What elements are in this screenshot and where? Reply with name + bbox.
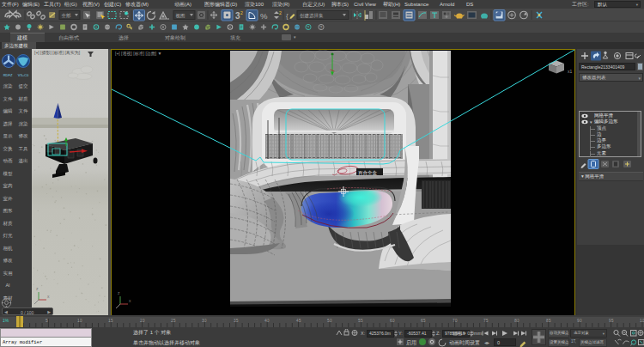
svg-text:95: 95: [609, 318, 614, 323]
svg-text:2: 2: [240, 10, 243, 15]
svg-text:?: ?: [307, 25, 309, 30]
svg-text:启用: 启用: [406, 339, 416, 346]
svg-text:65: 65: [421, 318, 426, 323]
svg-text:百合全金: 百合全金: [358, 170, 378, 176]
svg-text:z: z: [118, 290, 120, 295]
svg-text:全部: 全部: [62, 13, 72, 19]
svg-text:z: z: [36, 286, 39, 291]
svg-text:?: ?: [319, 25, 322, 30]
svg-text:{: {: [286, 12, 289, 20]
svg-text:90: 90: [577, 318, 582, 323]
svg-text:60: 60: [390, 318, 395, 323]
svg-text:15: 15: [108, 318, 113, 323]
svg-text:80: 80: [514, 318, 519, 323]
svg-text:2: 2: [279, 10, 282, 15]
svg-text:10: 10: [77, 318, 82, 323]
svg-text:100: 100: [640, 318, 644, 323]
svg-text:70: 70: [453, 318, 458, 323]
svg-text:25: 25: [171, 318, 176, 323]
svg-text:x: x: [47, 294, 50, 299]
svg-text:20: 20: [140, 318, 145, 323]
svg-text:45: 45: [296, 318, 301, 323]
svg-text:%: %: [260, 11, 268, 21]
svg-text:75: 75: [483, 318, 489, 323]
svg-text:视图: 视图: [176, 13, 185, 19]
svg-text:x: x: [129, 298, 131, 303]
svg-text:55: 55: [358, 318, 363, 323]
svg-text:动画时间设置: 动画时间设置: [449, 339, 480, 346]
svg-text:35: 35: [234, 318, 239, 323]
svg-text:85: 85: [546, 318, 551, 323]
svg-text:50: 50: [327, 318, 332, 323]
svg-text:5: 5: [46, 318, 48, 323]
svg-text:40: 40: [264, 318, 270, 323]
svg-text:创建选择集: 创建选择集: [300, 13, 324, 19]
svg-text:30: 30: [202, 318, 207, 323]
